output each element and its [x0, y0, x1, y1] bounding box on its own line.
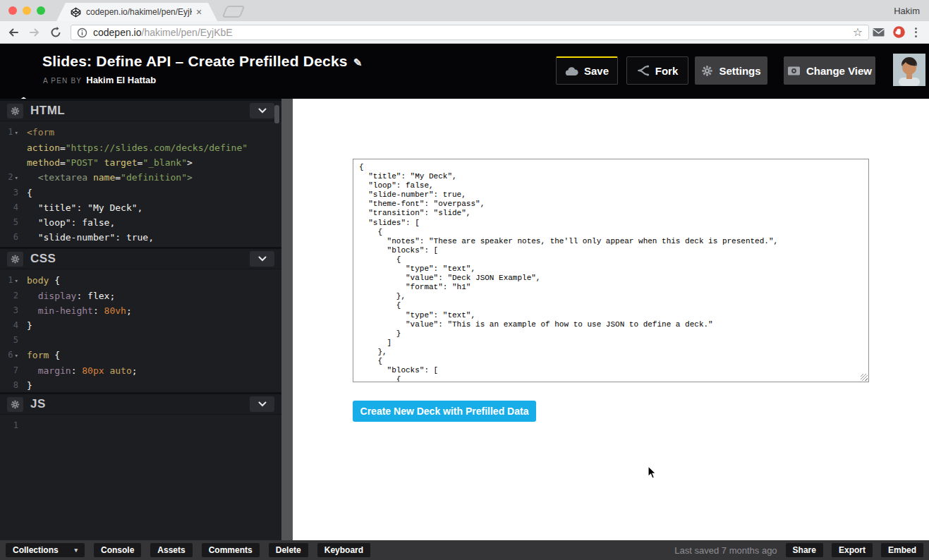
change-view-button[interactable]: Change View	[784, 56, 875, 85]
code-line: 5 "loop": false,	[0, 215, 281, 230]
change-view-button-label: Change View	[806, 65, 872, 77]
comments-button[interactable]: Comments	[202, 543, 260, 557]
code-line-content: }	[21, 378, 32, 391]
gear-icon	[701, 65, 713, 77]
tab-close-icon[interactable]: ×	[196, 7, 202, 17]
assets-button[interactable]: Assets	[150, 543, 192, 557]
line-number: 6	[0, 230, 21, 245]
blocker-extension-icon[interactable]	[892, 25, 906, 39]
css-panel-title: CSS	[30, 252, 56, 266]
line-number: 4	[0, 200, 21, 215]
delete-button[interactable]: Delete	[269, 543, 308, 557]
code-line-content	[21, 333, 27, 348]
js-collapse-button[interactable]	[250, 396, 274, 412]
code-line: 1▾<form	[0, 125, 281, 140]
create-deck-button[interactable]: Create New Deck with Prefilled Data	[353, 401, 536, 422]
address-bar[interactable]: codepen.io /hakimel/pen/EyjKbE ☆	[71, 25, 869, 40]
html-collapse-button[interactable]	[250, 103, 274, 118]
chrome-profile-name[interactable]: Hakim	[894, 6, 920, 16]
gear-icon	[11, 106, 20, 116]
line-number: 8	[0, 378, 21, 391]
back-icon[interactable]	[7, 26, 20, 39]
fork-button[interactable]: Fork	[626, 56, 688, 85]
css-collapse-button[interactable]	[250, 251, 274, 267]
code-line: method="POST" target="_blank">	[0, 155, 281, 170]
new-tab-button[interactable]	[222, 6, 245, 18]
definition-textarea[interactable]: { "title": "My Deck", "loop": false, "sl…	[353, 159, 869, 382]
html-panel: HTML 1▾<formaction="https://slides.com/d…	[0, 99, 281, 247]
css-panel-header: CSS	[0, 249, 281, 269]
css-settings-button[interactable]	[7, 252, 23, 267]
bookmark-star-icon[interactable]: ☆	[853, 27, 863, 38]
code-line-content: "loop": false,	[21, 215, 115, 230]
reload-icon[interactable]	[49, 26, 62, 39]
code-line-content: margin: 80px auto;	[21, 363, 138, 378]
forward-icon[interactable]	[28, 26, 41, 39]
line-number: 2	[0, 288, 21, 303]
window-minimize-button[interactable]	[23, 6, 31, 15]
html-editor-scrollbar[interactable]	[274, 105, 279, 123]
fold-arrow-icon[interactable]: ▾	[15, 174, 18, 181]
avatar[interactable]	[893, 54, 925, 86]
css-panel: CSS 1▾body {2 display: flex;3 min-height…	[0, 247, 281, 392]
embed-button[interactable]: Embed	[881, 543, 923, 557]
gear-icon	[11, 255, 20, 264]
code-line-content: <form	[21, 125, 54, 140]
code-line: 6 "slide-number": true,	[0, 230, 281, 245]
editor-layout: HTML 1▾<formaction="https://slides.com/d…	[0, 99, 929, 540]
share-button[interactable]: Share	[786, 543, 823, 557]
line-number: 3	[0, 303, 21, 318]
caret-down-icon: ▾	[74, 547, 78, 554]
code-line-content: min-height: 80vh;	[21, 303, 132, 318]
byline-prefix: A PEN BY	[43, 77, 82, 85]
editors-preview-splitter[interactable]	[281, 99, 293, 540]
code-line: 4}	[0, 318, 281, 333]
html-panel-title: HTML	[30, 104, 65, 118]
code-line: 3 min-height: 80vh;	[0, 303, 281, 318]
gear-icon	[11, 400, 20, 409]
tab-title: codepen.io/hakimel/pen/EyjKbE	[86, 7, 192, 17]
save-button[interactable]: Save	[556, 56, 618, 85]
js-panel: JS 1	[0, 392, 281, 540]
chrome-menu-icon[interactable]	[909, 25, 922, 39]
mouse-cursor	[648, 465, 657, 480]
line-number: 5	[0, 215, 21, 230]
code-line: action="https://slides.com/decks/define"	[0, 140, 281, 155]
keyboard-button[interactable]: Keyboard	[317, 543, 370, 557]
fold-arrow-icon[interactable]: ▾	[15, 129, 18, 136]
html-settings-button[interactable]	[7, 104, 23, 118]
line-number: 7	[0, 363, 21, 378]
code-line: 1	[0, 418, 281, 433]
pen-author-link[interactable]: Hakim El Hattab	[86, 75, 156, 85]
line-number	[0, 155, 21, 170]
line-number	[0, 140, 21, 155]
settings-button[interactable]: Settings	[695, 56, 767, 85]
tab-title-fade	[202, 3, 217, 21]
code-line-content: display: flex;	[21, 288, 115, 303]
edit-title-icon[interactable]: ✎	[353, 56, 363, 68]
code-line-content: }	[21, 318, 32, 333]
page-info-icon[interactable]	[77, 28, 87, 38]
window-zoom-button[interactable]	[37, 6, 45, 15]
js-settings-button[interactable]	[7, 397, 23, 412]
url-path: /hakimel/pen/EyjKbE	[142, 27, 233, 38]
html-code-editor[interactable]: 1▾<formaction="https://slides.com/decks/…	[0, 121, 281, 246]
code-line-content: "slide-number": true,	[21, 230, 154, 245]
code-line: 6▾form {	[0, 348, 281, 363]
fork-icon	[637, 65, 650, 76]
cloud-icon	[565, 66, 578, 76]
code-line: 7 margin: 80px auto;	[0, 363, 281, 378]
fold-arrow-icon[interactable]: ▾	[15, 352, 18, 359]
js-code-editor[interactable]: 1	[0, 415, 281, 540]
inbox-extension-icon[interactable]	[872, 25, 885, 39]
code-line-content: "title": "My Deck",	[21, 200, 142, 215]
browser-tab[interactable]: codepen.io/hakimel/pen/EyjKbE ×	[56, 3, 217, 21]
collections-button[interactable]: Collections ▾	[6, 543, 85, 557]
codepen-header: Slides: Define API – Create Prefilled De…	[0, 44, 929, 99]
css-code-editor[interactable]: 1▾body {2 display: flex;3 min-height: 80…	[0, 269, 281, 391]
export-button[interactable]: Export	[832, 543, 873, 557]
console-button[interactable]: Console	[94, 543, 141, 557]
window-close-button[interactable]	[8, 6, 17, 15]
fold-arrow-icon[interactable]: ▾	[15, 277, 18, 284]
code-line-content	[21, 418, 27, 433]
